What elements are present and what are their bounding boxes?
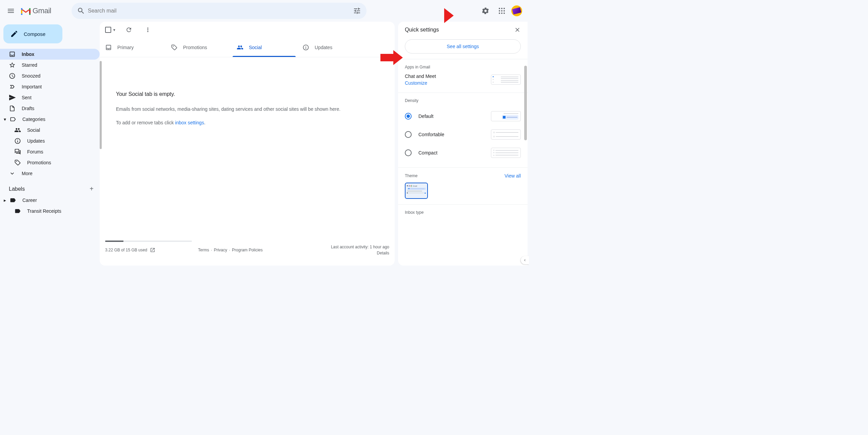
sidebar-item-promotions[interactable]: Promotions	[0, 157, 100, 168]
theme-option-default[interactable]: Gmail	[405, 183, 428, 199]
nav-list: Inbox Starred Snoozed Important Sent Dra…	[0, 49, 100, 179]
label-item-career[interactable]: ▸ Career	[0, 195, 100, 206]
more-button[interactable]	[142, 24, 154, 36]
nav-label: Starred	[22, 62, 37, 68]
inbox-settings-link[interactable]: inbox settings	[175, 120, 204, 125]
google-apps-button[interactable]	[495, 4, 509, 18]
inbox-type-title: Inbox type	[405, 210, 521, 215]
apps-section-title: Apps in Gmail	[405, 65, 521, 69]
density-default[interactable]: Default	[405, 107, 521, 125]
select-all-checkbox[interactable]: ▼	[105, 27, 116, 33]
labels-header: Labels +	[0, 179, 100, 195]
add-label-button[interactable]: +	[90, 185, 94, 193]
compose-button[interactable]: Compose	[3, 24, 62, 43]
account-avatar[interactable]	[511, 5, 522, 16]
tab-label: Primary	[117, 45, 134, 50]
nav-label: Categories	[22, 117, 45, 122]
sidebar-item-forums[interactable]: Forums	[0, 146, 100, 157]
hamburger-icon	[7, 7, 15, 15]
apps-grid-icon	[498, 7, 506, 15]
tab-label: Social	[249, 45, 262, 50]
label-item-transit[interactable]: Transit Receipts	[0, 206, 100, 216]
label-icon	[9, 197, 16, 204]
sent-icon	[9, 94, 16, 101]
tab-updates[interactable]: Updates	[297, 38, 363, 57]
storage-text: 3.22 GB of 15 GB used	[105, 248, 147, 252]
sidebar-scrollbar[interactable]	[100, 61, 102, 149]
nav-label: Sent	[22, 95, 32, 100]
refresh-button[interactable]	[123, 24, 135, 36]
terms-link[interactable]: Terms	[198, 248, 209, 252]
search-options-button[interactable]	[350, 4, 364, 18]
svg-point-6	[499, 13, 500, 14]
sidebar-item-updates[interactable]: Updates	[0, 136, 100, 146]
sidebar-item-important[interactable]: Important	[0, 81, 100, 92]
pencil-icon	[10, 30, 18, 38]
gear-icon	[481, 7, 490, 15]
label-icon	[14, 208, 21, 214]
forum-icon	[14, 148, 21, 155]
svg-point-0	[499, 8, 500, 9]
compose-label: Compose	[24, 31, 45, 37]
empty-title: Your Social tab is empty.	[116, 91, 378, 97]
settings-button[interactable]	[479, 4, 492, 18]
main-menu-button[interactable]	[3, 3, 19, 19]
privacy-link[interactable]: Privacy	[214, 248, 227, 252]
sidebar-item-inbox[interactable]: Inbox	[0, 49, 100, 60]
side-panel-toggle[interactable]	[521, 256, 529, 264]
sidebar-item-drafts[interactable]: Drafts	[0, 103, 100, 114]
sidebar-item-starred[interactable]: Starred	[0, 60, 100, 70]
sidebar-item-snoozed[interactable]: Snoozed	[0, 70, 100, 81]
tab-promotions[interactable]: Promotions	[165, 38, 231, 57]
density-preview-compact	[491, 148, 521, 158]
mail-footer: 3.22 GB of 15 GB used Terms · Privacy · …	[100, 238, 395, 266]
tag-icon	[171, 44, 178, 51]
see-all-settings-button[interactable]: See all settings	[405, 39, 521, 54]
storage-bar	[105, 241, 192, 242]
avatar-image	[512, 7, 521, 15]
theme-view-all-link[interactable]: View all	[505, 173, 521, 179]
sidebar-item-categories[interactable]: ▾ Categories	[0, 114, 100, 125]
sidebar-item-social[interactable]: Social	[0, 125, 100, 136]
settings-scrollbar[interactable]	[524, 66, 527, 140]
gmail-logo[interactable]: Gmail	[20, 6, 51, 15]
nav-label: Social	[27, 127, 40, 133]
labels-title: Labels	[9, 186, 25, 192]
density-compact[interactable]: Compact	[405, 144, 521, 162]
quick-settings-title: Quick settings	[405, 27, 439, 33]
people-icon	[14, 127, 21, 133]
search-input[interactable]	[88, 8, 350, 14]
inbox-icon	[9, 51, 16, 58]
empty-action: To add or remove tabs click inbox settin…	[116, 119, 378, 126]
svg-point-8	[504, 13, 505, 14]
chat-meet-label: Chat and Meet	[405, 74, 436, 79]
info-icon	[14, 138, 21, 144]
clock-icon	[9, 72, 16, 79]
nav-label: Important	[22, 84, 42, 89]
close-settings-button[interactable]	[514, 26, 521, 33]
search-icon	[77, 7, 85, 15]
chat-meet-preview	[491, 75, 521, 85]
svg-point-3	[499, 10, 500, 12]
tab-social[interactable]: Social	[231, 38, 297, 57]
nav-label: Forums	[27, 149, 43, 154]
category-tabs: Primary Promotions Social Updates	[100, 38, 395, 57]
sidebar-item-sent[interactable]: Sent	[0, 92, 100, 103]
search-button[interactable]	[74, 4, 88, 18]
sidebar-item-more[interactable]: More	[0, 168, 100, 179]
open-in-new-icon[interactable]	[150, 247, 155, 253]
details-link[interactable]: Details	[331, 251, 389, 255]
info-icon	[302, 44, 309, 51]
policies-link[interactable]: Program Policies	[232, 248, 263, 252]
tab-primary[interactable]: Primary	[100, 38, 165, 57]
gmail-logo-text: Gmail	[33, 6, 51, 15]
density-section-title: Density	[405, 98, 521, 103]
gmail-logo-icon	[20, 7, 31, 15]
nav-label: Promotions	[27, 160, 51, 165]
customize-link[interactable]: Customize	[405, 80, 436, 86]
svg-point-7	[501, 13, 502, 14]
chevron-down-icon: ▼	[113, 28, 116, 32]
toolbar: ▼	[100, 22, 395, 38]
refresh-icon	[125, 26, 132, 33]
density-comfortable[interactable]: Comfortable	[405, 125, 521, 144]
